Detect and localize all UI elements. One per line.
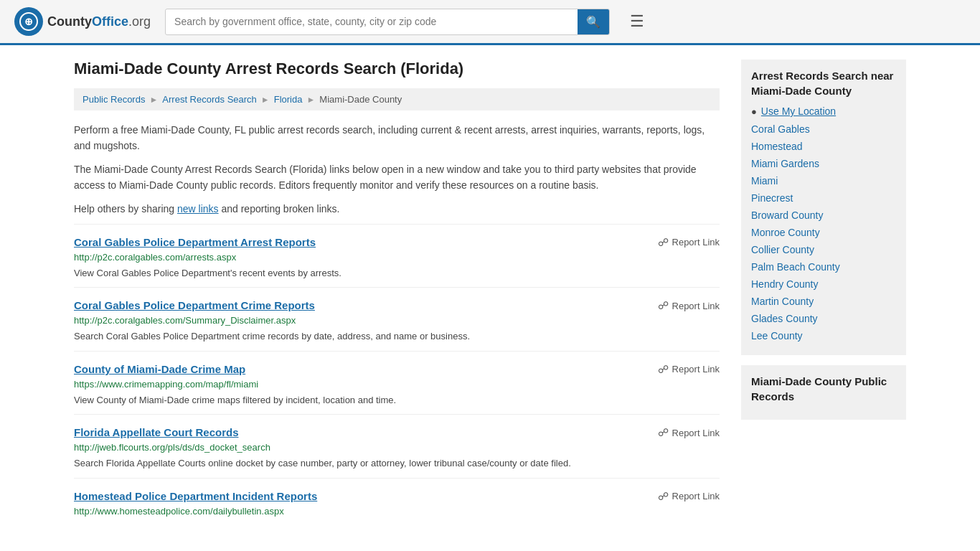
breadcrumb: Public Records ► Arrest Records Search ►… [74, 88, 720, 110]
description-2: The Miami-Dade County Arrest Records Sea… [74, 161, 720, 194]
result-url[interactable]: http://p2c.coralgables.com/Summary_Discl… [74, 315, 720, 326]
new-links-link[interactable]: new links [177, 203, 219, 215]
sidebar-public-records-section: Miami-Dade County Public Records [741, 365, 906, 420]
sidebar-link-hendry-county[interactable]: Hendry County [751, 278, 896, 291]
result-header: Coral Gables Police Department Arrest Re… [74, 236, 720, 249]
report-link-button[interactable]: ☍ Report Link [658, 426, 720, 439]
search-button[interactable]: 🔍 [578, 9, 609, 34]
description-1: Perform a free Miami-Dade County, FL pub… [74, 122, 720, 154]
result-description: Search Florida Appellate Courts online d… [74, 456, 720, 471]
report-link-label: Report Link [672, 237, 720, 248]
search-bar: 🔍 [165, 9, 610, 35]
result-header: County of Miami-Dade Crime Map ☍ Report … [74, 363, 720, 376]
sidebar-nearby-title: Arrest Records Search near Miami-Dade Co… [751, 68, 896, 98]
sidebar: Arrest Records Search near Miami-Dade Co… [741, 60, 906, 527]
broken-link-icon: ☍ [658, 236, 669, 249]
result-item: Homestead Police Department Incident Rep… [74, 478, 720, 527]
site-header: ⊕ CountyOffice.org 🔍 ☰ [0, 0, 980, 45]
svg-text:⊕: ⊕ [24, 16, 33, 27]
sidebar-link-miami[interactable]: Miami [751, 174, 896, 187]
page-title: Miami-Dade County Arrest Records Search … [74, 60, 720, 78]
search-input[interactable] [166, 10, 578, 33]
page-wrap: Miami-Dade County Arrest Records Search … [60, 45, 920, 542]
result-description: View Coral Gables Police Department's re… [74, 266, 720, 281]
result-title[interactable]: Coral Gables Police Department Arrest Re… [74, 236, 316, 248]
result-header: Coral Gables Police Department Crime Rep… [74, 299, 720, 312]
report-link-label: Report Link [672, 428, 720, 438]
sidebar-public-records-title: Miami-Dade County Public Records [751, 374, 896, 404]
sidebar-link-collier-county[interactable]: Collier County [751, 243, 896, 256]
breadcrumb-arrest-records[interactable]: Arrest Records Search [162, 94, 257, 105]
report-link-button[interactable]: ☍ Report Link [658, 490, 720, 503]
main-content: Miami-Dade County Arrest Records Search … [74, 60, 720, 527]
breadcrumb-public-records[interactable]: Public Records [83, 94, 145, 105]
sidebar-links-container: Coral GablesHomesteadMiami GardensMiamiP… [751, 123, 896, 342]
result-item: Coral Gables Police Department Crime Rep… [74, 287, 720, 351]
broken-link-icon: ☍ [658, 299, 669, 312]
report-link-button[interactable]: ☍ Report Link [658, 363, 720, 376]
sidebar-link-martin-county[interactable]: Martin County [751, 295, 896, 308]
broken-link-icon: ☍ [658, 363, 669, 376]
sidebar-link-lee-county[interactable]: Lee County [751, 329, 896, 342]
use-my-location-row: ● Use My Location [751, 105, 896, 117]
search-icon: 🔍 [586, 16, 600, 28]
result-item: Florida Appellate Court Records ☍ Report… [74, 414, 720, 478]
result-url[interactable]: http://www.homesteadpolice.com/dailybull… [74, 506, 720, 517]
logo-link[interactable]: ⊕ CountyOffice.org [14, 7, 151, 36]
broken-link-icon: ☍ [658, 426, 669, 439]
sidebar-link-monroe-county[interactable]: Monroe County [751, 226, 896, 239]
report-link-label: Report Link [672, 301, 720, 311]
result-title[interactable]: County of Miami-Dade Crime Map [74, 363, 245, 375]
result-item: Coral Gables Police Department Arrest Re… [74, 224, 720, 288]
report-link-button[interactable]: ☍ Report Link [658, 236, 720, 249]
result-header: Homestead Police Department Incident Rep… [74, 490, 720, 503]
report-link-button[interactable]: ☍ Report Link [658, 299, 720, 312]
result-url[interactable]: https://www.crimemapping.com/map/fl/miam… [74, 379, 720, 390]
result-url[interactable]: http://p2c.coralgables.com/arrests.aspx [74, 252, 720, 263]
sidebar-nearby-section: Arrest Records Search near Miami-Dade Co… [741, 60, 906, 355]
description-3: Help others by sharing new links and rep… [74, 201, 720, 217]
result-description: Search Coral Gables Police Department cr… [74, 329, 720, 344]
result-title[interactable]: Homestead Police Department Incident Rep… [74, 490, 317, 502]
logo-icon: ⊕ [14, 7, 43, 36]
sidebar-link-broward-county[interactable]: Broward County [751, 209, 896, 222]
sidebar-link-palm-beach-county[interactable]: Palm Beach County [751, 260, 896, 273]
breadcrumb-current: Miami-Dade County [319, 94, 402, 105]
menu-icon[interactable]: ☰ [630, 12, 644, 31]
sidebar-link-coral-gables[interactable]: Coral Gables [751, 123, 896, 136]
sidebar-link-miami-gardens[interactable]: Miami Gardens [751, 157, 896, 170]
result-title[interactable]: Coral Gables Police Department Crime Rep… [74, 299, 315, 311]
breadcrumb-florida[interactable]: Florida [274, 94, 303, 105]
sidebar-link-pinecrest[interactable]: Pinecrest [751, 192, 896, 204]
logo-text: CountyOffice.org [47, 14, 151, 29]
broken-link-icon: ☍ [658, 490, 669, 503]
result-item: County of Miami-Dade Crime Map ☍ Report … [74, 351, 720, 415]
result-title[interactable]: Florida Appellate Court Records [74, 426, 238, 438]
result-header: Florida Appellate Court Records ☍ Report… [74, 426, 720, 439]
results-container: Coral Gables Police Department Arrest Re… [74, 224, 720, 527]
use-my-location-link[interactable]: Use My Location [761, 105, 836, 117]
report-link-label: Report Link [672, 364, 720, 375]
report-link-label: Report Link [672, 491, 720, 501]
location-icon: ● [751, 106, 757, 117]
sidebar-link-homestead[interactable]: Homestead [751, 140, 896, 153]
result-url[interactable]: http://jweb.flcourts.org/pls/ds/ds_docke… [74, 442, 720, 453]
sidebar-link-glades-county[interactable]: Glades County [751, 312, 896, 325]
result-description: View County of Miami-Dade crime maps fil… [74, 393, 720, 408]
